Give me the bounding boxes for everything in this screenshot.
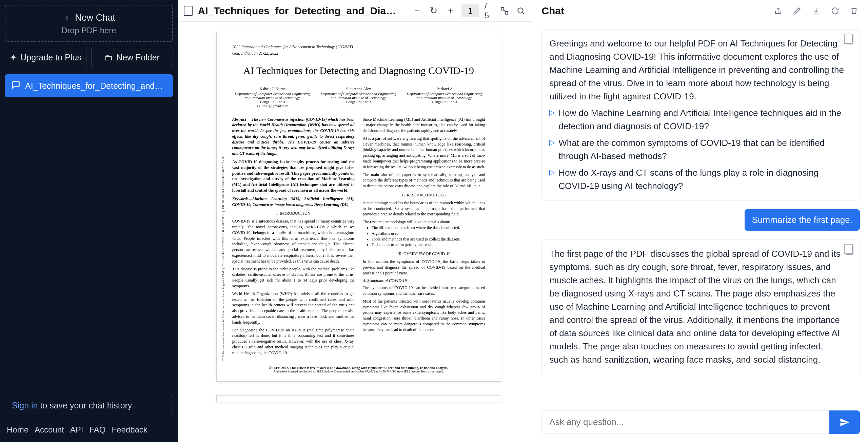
assistant-message: The first page of the PDF discusses the … — [541, 239, 860, 374]
new-chat-label: New Chat — [75, 13, 115, 23]
summary-text: The first page of the PDF discusses the … — [549, 247, 844, 366]
pdf-viewport[interactable]: 2022 International Conference for Advanc… — [178, 22, 533, 442]
user-message-row: Summarize the first page. — [541, 209, 860, 231]
zoom-in-button[interactable]: + — [445, 5, 456, 17]
footer-links: Home Account API FAQ Feedback — [5, 422, 173, 437]
play-icon: ▷ — [549, 107, 555, 133]
new-chat-drop-zone[interactable]: ＋ New Chat Drop PDF here — [5, 5, 173, 42]
zoom-out-button[interactable]: − — [411, 5, 422, 17]
delete-icon[interactable] — [848, 5, 860, 17]
page-side-text: 2022 International Conference for Advanc… — [221, 73, 226, 361]
suggestion-1[interactable]: ▷ How do Machine Learning and Artificial… — [549, 107, 844, 133]
folder-icon: 🗀 — [104, 53, 113, 62]
plus-icon: ＋ — [62, 12, 72, 24]
search-icon[interactable] — [515, 5, 527, 17]
selection-tool-icon[interactable] — [499, 5, 510, 17]
greeting-text: Greetings and welcome to our helpful PDF… — [549, 37, 844, 103]
authors-row: Kshitij C Kurne Department of Computer S… — [232, 87, 485, 108]
user-message: Summarize the first page. — [745, 209, 860, 231]
signin-prompt[interactable]: Sign in to save your chat history — [5, 395, 173, 416]
svg-rect-1 — [505, 12, 508, 14]
page-number-input[interactable] — [461, 4, 479, 17]
pdf-panel: AI_Techniques_for_Detecting_and_Diag... … — [178, 0, 533, 442]
chat-input-row — [533, 410, 868, 442]
chat-input[interactable] — [541, 410, 829, 434]
author-1: Kshitij C Kurne Department of Computer S… — [232, 87, 313, 108]
page-total: / 5 — [485, 1, 493, 20]
copy-icon[interactable] — [846, 246, 853, 255]
paper-title: AI Techniques for Detecting and Diagnosi… — [232, 64, 485, 77]
pdf-toolbar: AI_Techniques_for_Detecting_and_Diag... … — [178, 0, 533, 22]
refresh-icon[interactable] — [829, 5, 841, 17]
sparkle-icon: ✦ — [10, 53, 17, 62]
footer-home[interactable]: Home — [7, 425, 28, 435]
play-icon: ▷ — [549, 136, 555, 163]
author-3: Parkavi A Department of Computer Science… — [404, 87, 485, 108]
rotate-button[interactable]: ↻ — [428, 5, 439, 17]
author-2: Sini Anna Alex Department of Computer Sc… — [318, 87, 399, 108]
send-button[interactable] — [829, 410, 860, 434]
footer-feedback[interactable]: Feedback — [112, 425, 147, 435]
sidebar-chat-item[interactable]: AI_Techniques_for_Detecting_and_... — [5, 74, 173, 97]
sidebar-chat-label: AI_Techniques_for_Detecting_and_... — [25, 81, 166, 91]
suggestion-2[interactable]: ▷ What are the common symptoms of COVID-… — [549, 136, 844, 163]
new-folder-button[interactable]: 🗀 New Folder — [91, 47, 173, 68]
edit-icon[interactable] — [791, 5, 803, 17]
chat-panel: Chat Greetings and welcome to our helpfu… — [533, 0, 868, 442]
chat-title: Chat — [541, 5, 564, 17]
chat-header: Chat — [533, 0, 868, 22]
conference-header: 2022 International Conference for Advanc… — [232, 44, 485, 50]
share-icon[interactable] — [772, 5, 784, 17]
abstract-text: Abstract— The new Coronavirus infection … — [232, 117, 355, 156]
footer-faq[interactable]: FAQ — [89, 425, 105, 435]
send-icon — [840, 417, 850, 427]
footer-api[interactable]: API — [70, 425, 83, 435]
drop-pdf-label: Drop PDF here — [5, 26, 172, 35]
pdf-page-next — [216, 395, 501, 402]
sidebar-toggle-icon[interactable] — [184, 6, 193, 16]
chat-icon — [12, 80, 20, 91]
pdf-page: 2022 International Conference for Advanc… — [216, 32, 501, 382]
footer-account[interactable]: Account — [35, 425, 64, 435]
document-title: AI_Techniques_for_Detecting_and_Diag... — [198, 5, 397, 17]
copy-icon[interactable] — [846, 36, 853, 44]
conference-loc: Goa, India. Jan 21-22, 2022 — [232, 51, 485, 56]
new-folder-label: New Folder — [116, 53, 160, 62]
upgrade-label: Upgrade to Plus — [20, 53, 81, 62]
signin-rest: to save your chat history — [38, 401, 132, 410]
sidebar: ＋ New Chat Drop PDF here ✦ Upgrade to Pl… — [0, 0, 178, 442]
chat-body[interactable]: Greetings and welcome to our helpful PDF… — [533, 22, 868, 410]
download-icon[interactable] — [810, 5, 822, 17]
paper-col-left: Abstract— The new Coronavirus infection … — [232, 117, 355, 356]
paper-col-right: Since Machine Learning (ML) and Artifici… — [363, 117, 485, 356]
svg-point-2 — [518, 8, 523, 13]
svg-rect-0 — [501, 7, 504, 10]
upgrade-button[interactable]: ✦ Upgrade to Plus — [5, 47, 86, 68]
signin-link[interactable]: Sign in — [12, 401, 38, 410]
play-icon: ▷ — [549, 166, 555, 193]
assistant-message: Greetings and welcome to our helpful PDF… — [541, 29, 860, 200]
suggestion-3[interactable]: ▷ How do X-rays and CT scans of the lung… — [549, 166, 844, 193]
